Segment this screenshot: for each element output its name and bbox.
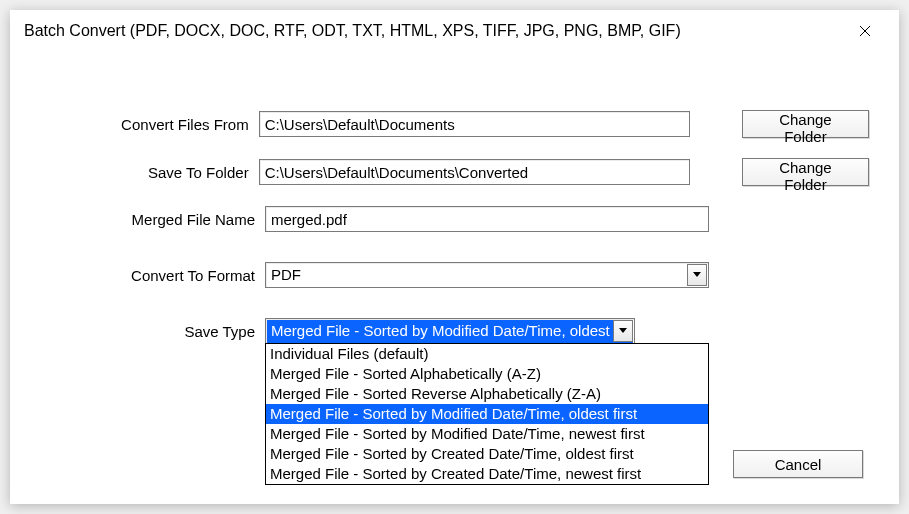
- row-merged-name: Merged File Name: [40, 206, 869, 232]
- label-save-type: Save Type: [40, 323, 265, 340]
- chevron-down-icon: [693, 272, 701, 278]
- save-type-option[interactable]: Merged File - Sorted Alphabetically (A-Z…: [266, 364, 708, 384]
- label-merged-name: Merged File Name: [40, 211, 265, 228]
- batch-convert-dialog: Batch Convert (PDF, DOCX, DOC, RTF, ODT,…: [10, 10, 899, 504]
- row-save-type: Save Type Merged File - Sorted by Modifi…: [40, 318, 869, 344]
- convert-format-arrow[interactable]: [687, 264, 707, 286]
- cancel-button[interactable]: Cancel: [733, 450, 863, 478]
- close-icon: [859, 25, 871, 37]
- dialog-title: Batch Convert (PDF, DOCX, DOC, RTF, ODT,…: [24, 22, 681, 40]
- label-save-to: Save To Folder: [40, 164, 259, 181]
- row-convert-format: Convert To Format PDF: [40, 262, 869, 288]
- save-type-option[interactable]: Individual Files (default): [266, 344, 708, 364]
- save-type-option[interactable]: Merged File - Sorted by Modified Date/Ti…: [266, 404, 708, 424]
- save-type-arrow[interactable]: [613, 320, 633, 342]
- close-button[interactable]: [845, 16, 885, 46]
- convert-format-value: PDF: [266, 263, 306, 287]
- label-convert-format: Convert To Format: [40, 267, 265, 284]
- convert-from-input[interactable]: [259, 111, 690, 137]
- save-type-option[interactable]: Merged File - Sorted by Created Date/Tim…: [266, 464, 708, 484]
- row-convert-from: Convert Files From Change Folder: [40, 110, 869, 138]
- save-type-dropdown: Individual Files (default)Merged File - …: [265, 343, 709, 485]
- svg-marker-3: [619, 328, 627, 333]
- save-type-option[interactable]: Merged File - Sorted by Modified Date/Ti…: [266, 424, 708, 444]
- change-folder-to-button[interactable]: Change Folder: [742, 158, 869, 186]
- convert-format-select[interactable]: PDF: [265, 262, 709, 288]
- row-save-to: Save To Folder Change Folder: [40, 158, 869, 186]
- save-type-option[interactable]: Merged File - Sorted by Created Date/Tim…: [266, 444, 708, 464]
- save-to-input[interactable]: [259, 159, 690, 185]
- save-type-option[interactable]: Merged File - Sorted Reverse Alphabetica…: [266, 384, 708, 404]
- save-type-select[interactable]: Merged File - Sorted by Modified Date/Ti…: [265, 318, 635, 344]
- titlebar: Batch Convert (PDF, DOCX, DOC, RTF, ODT,…: [10, 10, 899, 50]
- chevron-down-icon: [619, 328, 627, 334]
- svg-marker-2: [693, 272, 701, 277]
- dialog-content: Convert Files From Change Folder Save To…: [10, 50, 899, 384]
- change-folder-from-button[interactable]: Change Folder: [742, 110, 869, 138]
- merged-name-input[interactable]: [265, 206, 709, 232]
- label-convert-from: Convert Files From: [40, 116, 259, 133]
